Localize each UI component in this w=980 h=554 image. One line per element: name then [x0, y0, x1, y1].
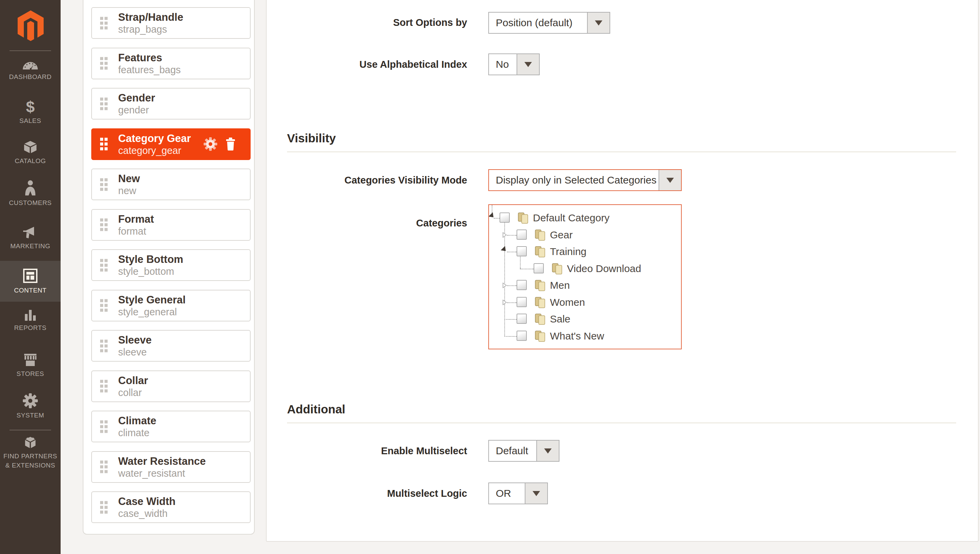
sidebar-item-label: CONTENT: [14, 287, 46, 295]
attribute-card-water_resistant[interactable]: Water Resistancewater_resistant: [91, 451, 251, 483]
drag-handle-icon[interactable]: [100, 299, 108, 312]
tree-checkbox[interactable]: [517, 280, 527, 290]
sidebar-item-label: DASHBOARD: [9, 73, 52, 81]
attribute-text: Category Gearcategory_gear: [118, 132, 191, 156]
tree-node-label[interactable]: Training: [550, 245, 586, 258]
drag-handle-icon[interactable]: [100, 178, 108, 191]
tree-checkbox[interactable]: [517, 246, 527, 256]
tree-node-label[interactable]: Video Download: [567, 262, 641, 275]
trash-icon[interactable]: [226, 138, 235, 151]
tree-expander-collapsed-icon[interactable]: [502, 299, 508, 306]
categories-label: Categories: [324, 216, 467, 230]
sidebar-item-dashboard[interactable]: DASHBOARD: [0, 57, 60, 85]
attribute-code: format: [118, 225, 154, 237]
attribute-text: Featuresfeatures_bags: [118, 51, 181, 76]
use-alphabetical-index-select[interactable]: No: [488, 53, 540, 75]
attribute-text: Style Generalstyle_general: [118, 293, 186, 318]
sort-options-by-label: Sort Options by: [324, 16, 467, 29]
tree-node-label[interactable]: Women: [550, 296, 585, 309]
folder-icon: [534, 312, 546, 325]
tree-connector: [520, 269, 534, 269]
sidebar-item-customers[interactable]: CUSTOMERS: [0, 175, 60, 212]
tree-expander-collapsed-icon[interactable]: [502, 232, 508, 238]
sidebar-item-label: SYSTEM: [16, 411, 44, 420]
categories-visibility-mode-select[interactable]: Display only in Selected Categories: [488, 169, 682, 191]
tree-checkbox[interactable]: [500, 212, 510, 223]
attribute-card-climate[interactable]: Climateclimate: [91, 411, 251, 442]
sidebar-item-stores[interactable]: STORES: [0, 350, 60, 380]
tree-checkbox[interactable]: [517, 297, 527, 307]
content-icon: [23, 268, 38, 283]
drag-handle-icon[interactable]: [100, 339, 108, 352]
attribute-code: category_gear: [118, 145, 191, 156]
attribute-title: Collar: [118, 374, 148, 387]
attribute-text: Style Bottomstyle_bottom: [118, 253, 183, 277]
attribute-text: Climateclimate: [118, 414, 156, 439]
attribute-card-category_gear[interactable]: Category Gearcategory_gear: [91, 128, 251, 160]
attribute-text: Gendergender: [118, 92, 155, 116]
attribute-code: case_width: [118, 508, 176, 519]
tree-node-label[interactable]: What's New: [550, 330, 604, 342]
drag-handle-icon[interactable]: [100, 138, 108, 151]
drag-handle-icon[interactable]: [100, 501, 108, 514]
tree-node-label[interactable]: Men: [550, 279, 570, 292]
enable-multiselect-label: Enable Multiselect: [324, 444, 467, 458]
attribute-card-style_bottom[interactable]: Style Bottomstyle_bottom: [91, 249, 251, 281]
sidebar-item-find-partners[interactable]: FIND PARTNERS& EXTENSIONS: [0, 433, 60, 472]
drag-handle-icon[interactable]: [100, 97, 108, 110]
attribute-title: Case Width: [118, 495, 176, 508]
drag-handle-icon[interactable]: [100, 57, 108, 70]
sort-options-by-value: Position (default): [489, 13, 587, 33]
tree-node-label[interactable]: Gear: [550, 228, 573, 241]
enable-multiselect-select[interactable]: Default: [488, 440, 560, 462]
tree-expander-collapsed-icon[interactable]: [502, 282, 508, 288]
sidebar-item-catalog[interactable]: CATALOG: [0, 138, 60, 167]
drag-handle-icon[interactable]: [100, 420, 108, 433]
folder-icon: [534, 296, 546, 309]
filterable-attributes-panel: Strap/Handlestrap_bagsFeaturesfeatures_b…: [83, 0, 255, 535]
drag-handle-icon[interactable]: [100, 219, 108, 231]
sidebar-item-label: REPORTS: [14, 324, 46, 332]
attribute-code: collar: [118, 387, 148, 398]
tree-checkbox[interactable]: [517, 229, 527, 240]
attribute-card-style_general[interactable]: Style Generalstyle_general: [91, 290, 251, 322]
chevron-down-icon: [517, 54, 539, 75]
attribute-card-case_width[interactable]: Case Widthcase_width: [91, 491, 251, 523]
tree-connector: [507, 285, 517, 286]
sidebar-item-label: CATALOG: [14, 157, 46, 165]
attribute-card-gender[interactable]: Gendergender: [91, 88, 251, 119]
sidebar-item-marketing[interactable]: MARKETING: [0, 222, 60, 254]
drag-handle-icon[interactable]: [100, 461, 108, 473]
magento-logo[interactable]: [17, 10, 44, 41]
folder-icon: [534, 279, 546, 291]
gear-icon[interactable]: [204, 137, 217, 151]
tree-checkbox[interactable]: [517, 314, 527, 324]
stores-icon: [23, 353, 38, 367]
attribute-card-new[interactable]: Newnew: [91, 169, 251, 200]
drag-handle-icon[interactable]: [100, 259, 108, 271]
attribute-settings-panel: Sort Options by Position (default) Use A…: [266, 0, 978, 542]
attribute-title: Strap/Handle: [118, 11, 183, 24]
tree-node-label[interactable]: Default Category: [533, 212, 609, 224]
sidebar-item-system[interactable]: SYSTEM: [0, 390, 60, 423]
attribute-card-collar[interactable]: Collarcollar: [91, 371, 251, 402]
multiselect-logic-select[interactable]: OR: [488, 482, 548, 504]
attribute-card-features_bags[interactable]: Featuresfeatures_bags: [91, 48, 251, 80]
drag-handle-icon[interactable]: [100, 380, 108, 393]
sidebar-item-label: & EXTENSIONS: [5, 462, 55, 470]
sidebar-item-content[interactable]: CONTENT: [0, 261, 60, 302]
attribute-title: Category Gear: [118, 132, 191, 145]
tree-checkbox[interactable]: [517, 331, 527, 341]
categories-visibility-mode-value: Display only in Selected Categories: [489, 170, 659, 190]
sidebar-item-reports[interactable]: REPORTS: [0, 304, 60, 336]
reports-icon: [24, 309, 37, 321]
chevron-down-icon: [587, 13, 609, 33]
attribute-card-strap_bags[interactable]: Strap/Handlestrap_bags: [91, 7, 251, 39]
attribute-card-sleeve[interactable]: Sleevesleeve: [91, 330, 251, 361]
sort-options-by-select[interactable]: Position (default): [488, 12, 610, 34]
attribute-card-format[interactable]: Formatformat: [91, 209, 251, 241]
sidebar-item-sales[interactable]: $SALES: [0, 97, 60, 128]
drag-handle-icon[interactable]: [100, 17, 108, 29]
tree-node-label[interactable]: Sale: [550, 313, 570, 326]
tree-checkbox[interactable]: [534, 263, 544, 274]
